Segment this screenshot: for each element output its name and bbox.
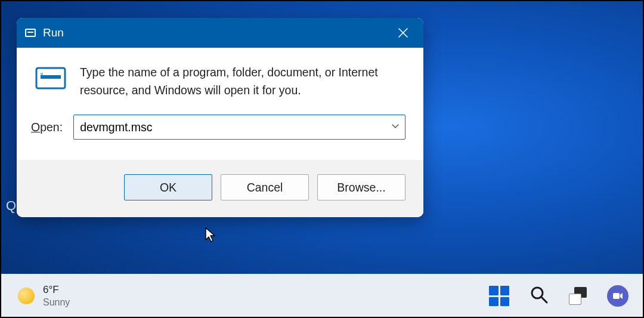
run-app-icon [35, 64, 67, 93]
camera-icon [612, 290, 624, 302]
taskbar[interactable]: 6°F Sunny [0, 274, 644, 318]
titlebar[interactable]: Run [17, 18, 423, 48]
run-dialog: Run Type the name of a program, folder, … [17, 18, 423, 217]
taskbar-icons [489, 285, 631, 307]
window-title: Run [43, 26, 389, 39]
dialog-footer: OK Cancel Browse... [17, 160, 423, 217]
stray-text: Q [6, 198, 16, 214]
svg-rect-5 [613, 293, 620, 299]
taskview-front-icon [569, 294, 581, 305]
cancel-button[interactable]: Cancel [221, 174, 309, 200]
browse-button[interactable]: Browse... [317, 174, 405, 200]
open-input[interactable] [73, 115, 405, 140]
svg-line-4 [541, 297, 547, 302]
task-view-button[interactable] [569, 287, 587, 305]
search-button[interactable] [530, 285, 549, 307]
sun-icon [18, 288, 35, 304]
run-title-icon [25, 29, 36, 37]
weather-description: Sunny [43, 297, 70, 308]
start-button[interactable] [489, 286, 509, 306]
open-label: Open: [31, 121, 63, 134]
svg-rect-2 [41, 73, 43, 75]
chat-button[interactable] [607, 285, 628, 307]
weather-temperature: 6°F [43, 284, 70, 296]
ok-button[interactable]: OK [124, 174, 212, 200]
run-description: Type the name of a program, folder, docu… [80, 63, 405, 99]
weather-widget[interactable]: 6°F Sunny [18, 284, 70, 308]
close-button[interactable] [389, 18, 417, 48]
search-icon [530, 285, 549, 304]
svg-rect-1 [41, 75, 61, 79]
open-combobox[interactable] [73, 115, 405, 140]
close-icon [398, 27, 408, 38]
